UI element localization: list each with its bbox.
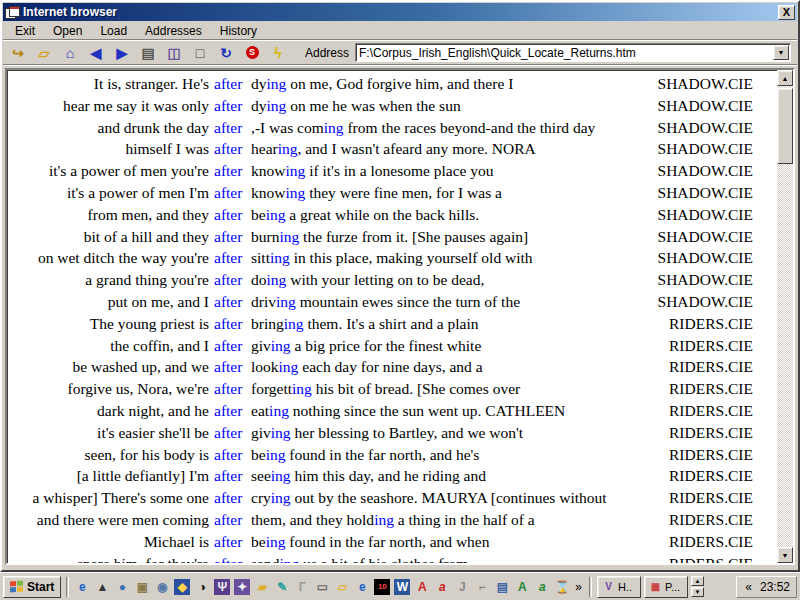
- menu-item-load[interactable]: Load: [92, 22, 135, 40]
- scroll-thumb[interactable]: [777, 88, 793, 164]
- left-context: forgive us, Nora, we're: [9, 378, 209, 400]
- concordance-row[interactable]: it's a power of men you'reafterknowing i…: [9, 160, 753, 182]
- desk-lamp-icon[interactable]: Γ: [294, 579, 310, 595]
- task-button[interactable]: ▦P...: [644, 576, 688, 598]
- vertical-scrollbar[interactable]: ▲ ▼: [777, 70, 793, 563]
- lightning-icon[interactable]: ϟ: [265, 43, 291, 63]
- brush-icon[interactable]: ✎: [274, 579, 290, 595]
- concordance-row[interactable]: bit of a hill and theyafterburning the f…: [9, 226, 753, 248]
- taskbar-separator: [66, 577, 69, 597]
- overflow-chevron[interactable]: »: [573, 580, 584, 594]
- figure-icon[interactable]: ✦: [234, 579, 250, 595]
- square-icon[interactable]: □: [187, 43, 213, 63]
- scroll-down-button[interactable]: ▼: [777, 547, 793, 563]
- keyword: after: [214, 444, 246, 466]
- concordance-row[interactable]: and there were men comingafterthem, and …: [9, 509, 753, 531]
- red-italic-a-icon[interactable]: a: [434, 579, 450, 595]
- right-context: being found in the far north, and when: [251, 531, 652, 553]
- keyword: after: [214, 313, 246, 335]
- stapler-icon[interactable]: ⌐: [474, 579, 490, 595]
- notebook-icon[interactable]: ▤: [494, 579, 510, 595]
- refresh-icon[interactable]: ↻: [213, 43, 239, 63]
- concordance-row[interactable]: a grand thing you'reafterdoing with your…: [9, 269, 753, 291]
- concordance-row[interactable]: Michael isafterbeing found in the far no…: [9, 531, 753, 553]
- concordance-row[interactable]: himself I wasafterhearing, and I wasn't …: [9, 138, 753, 160]
- keyword: after: [214, 117, 246, 139]
- address-combobox[interactable]: F:\Corpus_Irish_English\Quick_Locate_Ret…: [355, 43, 791, 62]
- folder-icon[interactable]: ▰: [254, 579, 270, 595]
- concordance-row[interactable]: the coffin, and Iaftergiving a big price…: [9, 335, 753, 357]
- exit-icon[interactable]: ↪: [5, 43, 31, 63]
- opera-icon[interactable]: ◑: [194, 579, 210, 595]
- concordance-row[interactable]: and drunk the dayafter,-I was coming fro…: [9, 117, 753, 139]
- spinner-up-button[interactable]: ▲: [691, 576, 704, 586]
- concordance-row[interactable]: it's a power of men I'mafterknowing they…: [9, 182, 753, 204]
- concordance-row[interactable]: The young priest isafterbringing them. I…: [9, 313, 753, 335]
- green-a-icon[interactable]: A: [514, 579, 530, 595]
- keyword: after: [214, 378, 246, 400]
- keyword: after: [214, 291, 246, 313]
- word-icon[interactable]: W: [394, 579, 410, 595]
- right-context: being found in the far north, and he's: [251, 444, 652, 466]
- address-dropdown-button[interactable]: ▼: [773, 45, 789, 60]
- otc-shield-icon[interactable]: ◆: [174, 579, 190, 595]
- scroll-up-button[interactable]: ▲: [777, 70, 793, 86]
- spinner-down-button[interactable]: ▼: [691, 587, 704, 597]
- concordance-row[interactable]: put on me, and Iafterdriving mountain ew…: [9, 291, 753, 313]
- menu-item-history[interactable]: History: [212, 22, 265, 40]
- search-doc-icon[interactable]: ◉: [154, 579, 170, 595]
- media-counter-icon[interactable]: 10: [374, 579, 390, 595]
- menu-item-exit[interactable]: Exit: [7, 22, 43, 40]
- globe-icon[interactable]: ●: [114, 579, 130, 595]
- rocket-icon[interactable]: ▲: [94, 579, 110, 595]
- concordance-row[interactable]: forgive us, Nora, we'reafterforgetting h…: [9, 378, 753, 400]
- book-icon[interactable]: ◫: [161, 43, 187, 63]
- internet-explorer2-icon[interactable]: e: [354, 579, 370, 595]
- concordance-row[interactable]: spare him, for they'reaftersending us a …: [9, 553, 753, 565]
- open-folder-icon[interactable]: ▱: [31, 43, 57, 63]
- forward-icon[interactable]: ▶: [109, 43, 135, 63]
- open-folder-icon[interactable]: ▱: [334, 579, 350, 595]
- internet-explorer-icon[interactable]: e: [74, 579, 90, 595]
- document-icon[interactable]: ▤: [135, 43, 161, 63]
- concordance-row[interactable]: from men, and theyafterbeing a great whi…: [9, 204, 753, 226]
- red-a-icon[interactable]: A: [414, 579, 430, 595]
- wrench-icon[interactable]: J: [454, 579, 470, 595]
- address-input[interactable]: F:\Corpus_Irish_English\Quick_Locate_Ret…: [356, 46, 773, 60]
- back-icon[interactable]: ◀: [83, 43, 109, 63]
- window-icon[interactable]: ▭: [314, 579, 330, 595]
- start-button[interactable]: Start: [3, 576, 61, 598]
- concordance-row[interactable]: it's easier she'll beaftergiving her ble…: [9, 422, 753, 444]
- keyword: after: [214, 247, 246, 269]
- suffix-highlight: ing: [278, 140, 298, 157]
- concordance-row[interactable]: on wet ditch the way you'reaftersitting …: [9, 247, 753, 269]
- concordance-row[interactable]: a whisper] There's some oneaftercrying o…: [9, 487, 753, 509]
- trident-icon[interactable]: Ψ: [214, 579, 230, 595]
- source-file: RIDERS.CIE: [657, 553, 753, 565]
- concordance-row[interactable]: dark night, and heaftereating nothing si…: [9, 400, 753, 422]
- stop-icon[interactable]: S: [239, 43, 265, 63]
- concordance-row[interactable]: seen, for his body isafterbeing found in…: [9, 444, 753, 466]
- concordance-row[interactable]: [a little defiantly] I'mafterseeing him …: [9, 465, 753, 487]
- task-button[interactable]: VH..: [597, 576, 641, 598]
- collapse-chevron[interactable]: «: [743, 580, 754, 594]
- hourglass-icon[interactable]: ⌛: [554, 579, 570, 595]
- keyword: after: [214, 226, 246, 248]
- green-italic-a-icon[interactable]: a: [534, 579, 550, 595]
- suffix-highlight: ing: [279, 228, 299, 245]
- close-button[interactable]: X: [778, 5, 795, 20]
- menu-item-addresses[interactable]: Addresses: [137, 22, 210, 40]
- source-file: SHADOW.CIE: [657, 73, 753, 95]
- concordance-row[interactable]: hear me say it was onlyafterdying on me …: [9, 95, 753, 117]
- system-tools-icon[interactable]: ▣: [134, 579, 150, 595]
- keyword: after: [214, 160, 246, 182]
- browser-window: Internet browser X ExitOpenLoadAddresses…: [0, 0, 800, 572]
- home-icon[interactable]: ⌂: [57, 43, 83, 63]
- menu-item-open[interactable]: Open: [45, 22, 90, 40]
- suffix-highlight: ing: [324, 119, 344, 136]
- concordance-row[interactable]: be washed up, and weafterlooking each da…: [9, 356, 753, 378]
- title-bar: Internet browser X: [3, 3, 797, 21]
- keyword: after: [214, 356, 246, 378]
- suffix-highlight: ing: [270, 249, 290, 266]
- concordance-row[interactable]: It is, stranger. He'safterdying on me, G…: [9, 73, 753, 95]
